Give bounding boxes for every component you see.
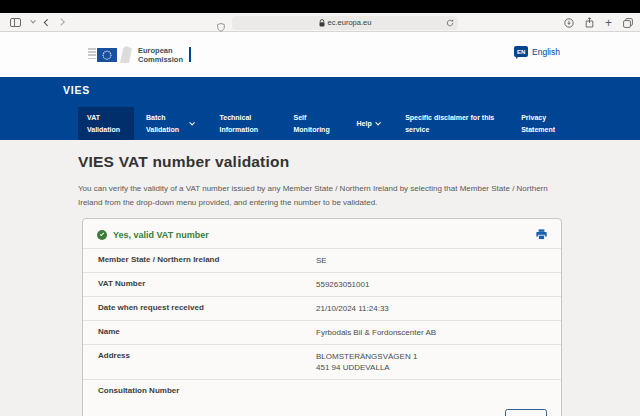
check-circle-icon (97, 230, 107, 240)
ec-logo-line1: European (138, 46, 183, 55)
sidebar-toggle-icon[interactable] (10, 18, 21, 27)
site-banner: VIES VAT Validation Batch Validation Tec… (0, 77, 640, 140)
forward-icon[interactable] (58, 19, 64, 25)
address-text: ec.europa.eu (328, 18, 372, 27)
row-label: Member State / Northern Ireland (98, 255, 316, 266)
ec-logo[interactable]: European Commission (88, 46, 191, 64)
ec-logo-flag-wave (118, 46, 133, 64)
nav-label: Specific disclaimer for this service (405, 112, 497, 134)
row-vat-number: VAT Number 559263051001 (83, 272, 561, 296)
language-selector[interactable]: EN English (514, 46, 560, 57)
language-badge: EN (514, 46, 528, 57)
nav-technical-information[interactable]: Technical Information (211, 107, 277, 140)
print-icon[interactable] (536, 229, 547, 240)
row-name: Name Fyrbodals Bil & Fordonscenter AB (83, 320, 561, 344)
page-content: VIES VAT number validation You can verif… (0, 140, 640, 416)
row-label: Consultation Number (98, 386, 316, 395)
macos-top-bar (0, 0, 640, 13)
row-label: Date when request received (98, 303, 316, 314)
row-request-date: Date when request received 21/10/2024 11… (83, 296, 561, 320)
share-icon[interactable] (585, 17, 594, 28)
row-consultation-number: Consultation Number (83, 379, 561, 401)
reload-icon[interactable] (446, 19, 454, 29)
nav-label: Privacy Statement (521, 112, 559, 134)
row-value: 559263051001 (316, 279, 369, 290)
ec-header: European Commission EN English (0, 32, 640, 77)
row-value: BLOMSTERÄNGSVÄGEN 1 451 94 UDDEVALLA (316, 351, 417, 373)
nav-label: VAT Validation (87, 112, 125, 134)
nav-self-monitoring[interactable]: Self Monitoring (285, 107, 343, 140)
result-table: Member State / Northern Ireland SE VAT N… (83, 248, 561, 401)
row-label: Name (98, 327, 316, 338)
ec-logo-line2: Commission (138, 55, 183, 64)
site-brand: VIES (63, 84, 90, 96)
nav-vat-validation[interactable]: VAT Validation (78, 107, 134, 140)
ec-logo-separator (189, 47, 191, 62)
status-text: Yes, valid VAT number (113, 230, 209, 240)
back-button[interactable]: Back (505, 409, 547, 416)
browser-toolbar: ec.europa.eu + (0, 13, 640, 32)
downloads-icon[interactable] (564, 18, 574, 28)
back-button-row: Back (83, 401, 561, 416)
row-address: Address BLOMSTERÄNGSVÄGEN 1 451 94 UDDEV… (83, 344, 561, 379)
row-value: 21/10/2024 11:24:33 (316, 303, 389, 314)
eu-flag-icon (97, 48, 117, 62)
nav-label: Technical Information (220, 112, 268, 134)
nav-batch-validation[interactable]: Batch Validation (137, 107, 203, 140)
tab-overview-icon[interactable] (623, 18, 633, 28)
main-nav: VAT Validation Batch Validation Technica… (78, 107, 568, 140)
new-tab-icon[interactable]: + (605, 17, 612, 29)
nav-privacy-statement[interactable]: Privacy Statement (512, 107, 568, 140)
nav-specific-disclaimer[interactable]: Specific disclaimer for this service (396, 107, 506, 140)
ec-logo-stripes (88, 48, 96, 61)
validation-result-card: Yes, valid VAT number Member State / Nor… (82, 218, 562, 416)
row-value: Fyrbodals Bil & Fordonscenter AB (316, 327, 436, 338)
nav-help[interactable]: Help (348, 107, 389, 140)
language-label: English (532, 47, 560, 57)
result-header: Yes, valid VAT number (83, 219, 561, 248)
page-title: VIES VAT number validation (0, 140, 640, 171)
row-label: VAT Number (98, 279, 316, 290)
nav-label: Self Monitoring (294, 112, 334, 134)
address-line-1: BLOMSTERÄNGSVÄGEN 1 (316, 351, 417, 362)
back-icon[interactable] (44, 19, 50, 25)
row-value: SE (316, 255, 327, 266)
sidebar-chevron-icon[interactable] (30, 19, 35, 24)
row-label: Address (98, 351, 316, 373)
chevron-down-icon (375, 120, 380, 125)
address-line-2: 451 94 UDDEVALLA (316, 362, 417, 373)
row-member-state: Member State / Northern Ireland SE (83, 248, 561, 272)
ec-logo-text: European Commission (138, 46, 183, 64)
page-description: You can verify the validity of a VAT num… (78, 182, 572, 210)
lock-icon (319, 19, 325, 27)
nav-label: Batch Validation (146, 112, 186, 134)
chevron-down-icon (189, 120, 194, 125)
nav-label: Help (357, 118, 372, 129)
address-bar[interactable]: ec.europa.eu (232, 16, 458, 30)
